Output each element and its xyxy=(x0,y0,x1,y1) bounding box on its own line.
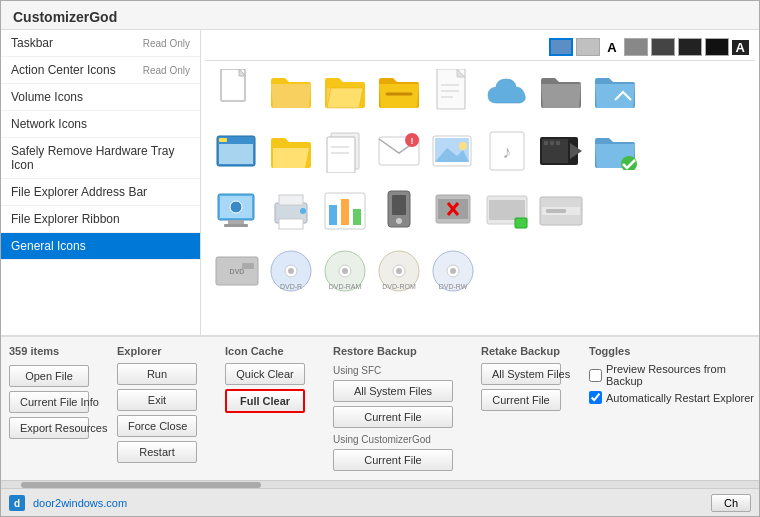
all-system-files-restore-button[interactable]: All System Files xyxy=(333,380,453,402)
sidebar-badge-action-center: Read Only xyxy=(143,65,190,76)
icon-dvd-r[interactable]: DVD-R xyxy=(265,245,317,297)
icon-dvd-ram[interactable]: DVD-RAM xyxy=(319,245,371,297)
sidebar-item-network[interactable]: Network Icons xyxy=(1,111,200,138)
sidebar-badge-taskbar: Read Only xyxy=(143,38,190,49)
icon-video[interactable] xyxy=(535,125,587,177)
auto-restart-checkbox[interactable] xyxy=(589,391,602,404)
icon-drive-green[interactable] xyxy=(481,185,533,237)
icon-blank-file[interactable] xyxy=(211,65,263,117)
theme-bar: A A xyxy=(205,34,755,61)
svg-rect-52 xyxy=(489,200,525,220)
main-content: Taskbar Read Only Action Center Icons Re… xyxy=(1,30,759,335)
icon-drive-portable[interactable] xyxy=(373,185,425,237)
sidebar-item-taskbar[interactable]: Taskbar Read Only xyxy=(1,30,200,57)
sidebar-label-volume: Volume Icons xyxy=(11,90,83,104)
sidebar-item-file-explorer-address[interactable]: File Explorer Address Bar xyxy=(1,179,200,206)
quick-clear-button[interactable]: Quick Clear xyxy=(225,363,305,385)
sidebar-item-general-icons[interactable]: General Icons xyxy=(1,233,200,260)
horizontal-scrollbar[interactable] xyxy=(1,480,759,488)
svg-text:DVD-RAM: DVD-RAM xyxy=(329,283,362,290)
icon-dvd-player[interactable]: DVD xyxy=(211,245,263,297)
current-file-restore-button[interactable]: Current File xyxy=(333,406,453,428)
svg-point-74 xyxy=(450,268,456,274)
icon-printer[interactable] xyxy=(265,185,317,237)
svg-point-66 xyxy=(342,268,348,274)
theme-swatch-darker[interactable] xyxy=(651,38,675,56)
icon-row-4: DVD DVD-R DVD-RAM DVD-ROM DVD-RW xyxy=(205,241,755,301)
sidebar-label-action-center: Action Center Icons xyxy=(11,63,116,77)
exit-button[interactable]: Exit xyxy=(117,389,197,411)
scrollbar-thumb[interactable] xyxy=(21,482,261,488)
theme-swatch-gray[interactable] xyxy=(576,38,600,56)
svg-text:!: ! xyxy=(411,136,414,146)
run-button[interactable]: Run xyxy=(117,363,197,385)
icon-folder-dark[interactable] xyxy=(535,65,587,117)
icon-dvd-rw[interactable]: DVD-RW xyxy=(427,245,479,297)
svg-rect-56 xyxy=(546,209,566,213)
svg-text:♪: ♪ xyxy=(503,142,512,162)
sidebar-item-file-explorer-ribbon[interactable]: File Explorer Ribbon xyxy=(1,206,200,233)
icon-chart[interactable] xyxy=(319,185,371,237)
sidebar-item-volume[interactable]: Volume Icons xyxy=(1,84,200,111)
sidebar-label-safely-remove: Safely Remove Hardware Tray Icon xyxy=(11,144,190,172)
icon-folder-green-check[interactable] xyxy=(589,125,641,177)
all-system-files-retake-button[interactable]: All System Files xyxy=(481,363,561,385)
svg-rect-42 xyxy=(341,199,349,225)
icon-computer[interactable] xyxy=(211,185,263,237)
svg-rect-28 xyxy=(550,141,554,145)
auto-restart-row: Automatically Restart Explorer xyxy=(589,391,759,404)
theme-label-a-dark: A xyxy=(732,40,749,55)
icon-dvd-rom[interactable]: DVD-ROM xyxy=(373,245,425,297)
svg-rect-10 xyxy=(219,138,227,142)
icon-drive-x[interactable] xyxy=(427,185,479,237)
svg-rect-12 xyxy=(327,137,355,173)
icon-folder-open2[interactable] xyxy=(265,125,317,177)
svg-text:DVD-ROM: DVD-ROM xyxy=(382,283,416,290)
icon-folder-variant[interactable] xyxy=(373,65,425,117)
force-close-button[interactable]: Force Close xyxy=(117,415,197,437)
sidebar-label-taskbar: Taskbar xyxy=(11,36,53,50)
sidebar: Taskbar Read Only Action Center Icons Re… xyxy=(1,30,201,335)
auto-restart-label: Automatically Restart Explorer xyxy=(606,392,754,404)
bottom-bar: 359 items Open File Current File Info Ex… xyxy=(1,335,759,480)
svg-rect-53 xyxy=(515,218,527,228)
theme-label-a: A xyxy=(603,40,620,55)
retake-backup-section: Retake Backup All System Files Current F… xyxy=(481,345,561,472)
theme-swatch-dark-gray[interactable] xyxy=(624,38,648,56)
website-link[interactable]: door2windows.com xyxy=(33,497,127,509)
theme-swatch-near-black[interactable] xyxy=(678,38,702,56)
icon-row-3 xyxy=(205,181,755,241)
icon-folder-blue[interactable] xyxy=(589,65,641,117)
sidebar-item-action-center[interactable]: Action Center Icons Read Only xyxy=(1,57,200,84)
status-button[interactable]: Ch xyxy=(711,494,751,512)
current-file-info-button[interactable]: Current File Info xyxy=(9,391,89,413)
icon-papers[interactable] xyxy=(319,125,371,177)
icon-drive-tray[interactable] xyxy=(535,185,587,237)
icon-area: A A xyxy=(201,30,759,335)
sidebar-item-safely-remove[interactable]: Safely Remove Hardware Tray Icon xyxy=(1,138,200,179)
preview-resources-checkbox[interactable] xyxy=(589,369,602,382)
icon-music[interactable]: ♪ xyxy=(481,125,533,177)
icon-envelope[interactable]: ! xyxy=(373,125,425,177)
main-window: CustomizerGod Taskbar Read Only Action C… xyxy=(0,0,760,517)
current-file-retake-button[interactable]: Current File xyxy=(481,389,561,411)
svg-rect-43 xyxy=(353,209,361,225)
theme-swatch-black[interactable] xyxy=(705,38,729,56)
icon-document[interactable] xyxy=(427,65,479,117)
icon-cache-section: Icon Cache Quick Clear Full Clear xyxy=(225,345,305,472)
icon-cloud-blue[interactable] xyxy=(481,65,533,117)
svg-point-62 xyxy=(288,268,294,274)
icon-window-blue[interactable] xyxy=(211,125,263,177)
export-resources-button[interactable]: Export Resources xyxy=(9,417,89,439)
theme-swatch-blue[interactable] xyxy=(549,38,573,56)
full-clear-button[interactable]: Full Clear xyxy=(225,389,305,413)
open-file-button[interactable]: Open File xyxy=(9,365,89,387)
sidebar-label-file-explorer-ribbon: File Explorer Ribbon xyxy=(11,212,120,226)
current-file-cg-button[interactable]: Current File xyxy=(333,449,453,471)
icon-folder-yellow[interactable] xyxy=(265,65,317,117)
app-title: CustomizerGod xyxy=(13,9,117,25)
restart-button[interactable]: Restart xyxy=(117,441,197,463)
icon-image-frame[interactable] xyxy=(427,125,479,177)
icon-folder-open[interactable] xyxy=(319,65,371,117)
status-bar: d door2windows.com Ch xyxy=(1,488,759,516)
